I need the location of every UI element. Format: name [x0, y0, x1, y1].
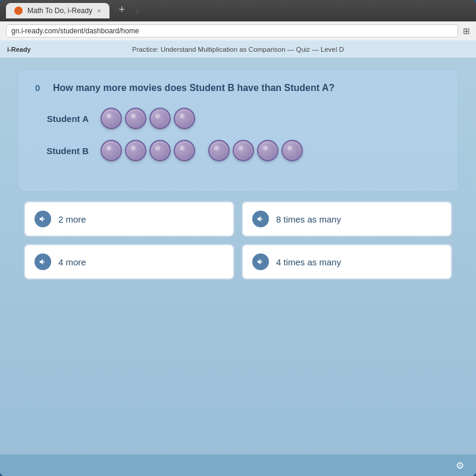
disc: [101, 108, 122, 129]
disc: [208, 140, 230, 161]
disc: [125, 140, 146, 161]
answers-grid: 2 more 8 times as many: [18, 201, 458, 280]
title-bar: Math To Do, i-Ready × + ∨: [0, 0, 476, 21]
practice-subtitle: Practice: Understand Multiplication as C…: [132, 46, 344, 53]
answer-text: 2 more: [58, 214, 86, 224]
disc: [174, 108, 195, 129]
tab-favicon: [14, 7, 23, 15]
answer-text: 4 times as many: [276, 257, 341, 267]
answer-text: 8 times as many: [276, 214, 341, 224]
disc: [233, 140, 254, 161]
student-a-row: Student A: [35, 108, 441, 129]
answer-4-times[interactable]: 4 times as many: [242, 244, 452, 280]
disc-group-a: [101, 108, 195, 129]
settings-icon[interactable]: ⚙: [456, 460, 464, 471]
disc: [174, 140, 195, 161]
disc: [149, 108, 171, 129]
disc: [281, 140, 303, 161]
sound-icon[interactable]: [35, 253, 51, 270]
sound-icon[interactable]: [35, 211, 51, 227]
answer-4-more[interactable]: 4 more: [24, 244, 234, 280]
answer-2-more[interactable]: 2 more: [24, 201, 234, 237]
student-b-discs: [101, 140, 303, 161]
browser-content: i-Ready Practice: Understand Multiplicat…: [0, 40, 476, 476]
sound-icon[interactable]: [252, 253, 269, 270]
sound-icon[interactable]: [252, 211, 269, 227]
content-area: 0 How many more movies does Student B ha…: [0, 58, 476, 455]
new-tab-button[interactable]: +: [114, 4, 130, 16]
student-b-row: Student B: [35, 140, 441, 161]
disc: [101, 140, 122, 161]
tab-chevron[interactable]: ∨: [134, 6, 140, 15]
brand-label: i-Ready: [7, 46, 31, 53]
student-b-label: Student B: [35, 146, 89, 156]
answer-text: 4 more: [58, 257, 86, 267]
student-a-discs: [101, 108, 195, 129]
browser-window: Math To Do, i-Ready × + ∨ gn.i-ready.com…: [0, 0, 476, 476]
disc: [257, 140, 278, 161]
question-text: How many more movies does Student B have…: [53, 83, 334, 93]
question-card: 0 How many more movies does Student B ha…: [18, 69, 458, 192]
question-header: 0 How many more movies does Student B ha…: [35, 83, 441, 93]
address-bar[interactable]: gn.i-ready.com/student/dashboard/home: [6, 24, 458, 37]
address-bar-row: gn.i-ready.com/student/dashboard/home ⊞: [0, 21, 476, 40]
tab-close-button[interactable]: ×: [97, 7, 101, 14]
browser-tab[interactable]: Math To Do, i-Ready ×: [6, 3, 109, 18]
disc: [149, 140, 171, 161]
bottom-bar: ⚙: [0, 455, 476, 476]
tab-title: Math To Do, i-Ready: [27, 7, 92, 15]
answer-8-times[interactable]: 8 times as many: [242, 201, 452, 237]
disc-group-b2: [208, 140, 303, 161]
student-a-label: Student A: [35, 114, 89, 124]
grid-icon[interactable]: ⊞: [463, 26, 470, 36]
question-number: 0: [35, 83, 47, 93]
disc-group-b1: [101, 140, 195, 161]
disc: [125, 108, 146, 129]
